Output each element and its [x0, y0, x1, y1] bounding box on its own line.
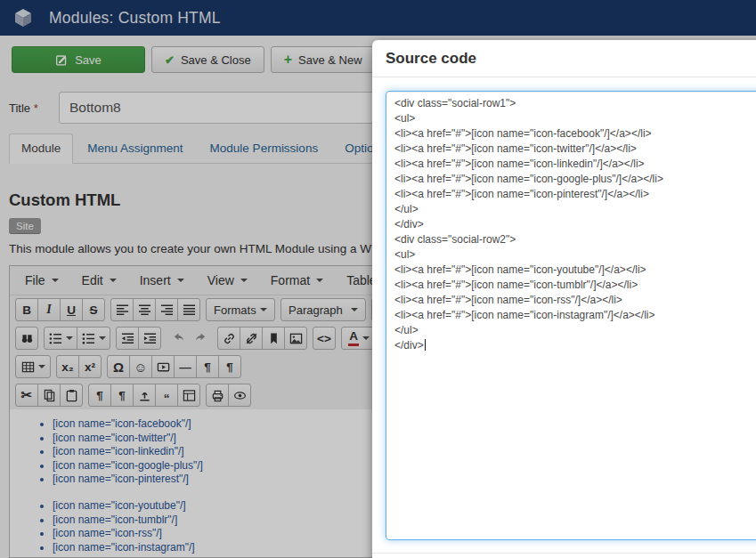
dialog-title: Source code [386, 50, 476, 67]
dialog-footer [372, 553, 756, 558]
source-code-textarea[interactable]: <div class="social-row1"> <ul> <li><a hr… [386, 91, 756, 540]
dialog-body: <div class="social-row1"> <ul> <li><a hr… [372, 77, 756, 553]
dialog-header: Source code [372, 40, 756, 77]
text-cursor [425, 339, 426, 351]
source-code-dialog: Source code <div class="social-row1"> <u… [372, 40, 756, 558]
